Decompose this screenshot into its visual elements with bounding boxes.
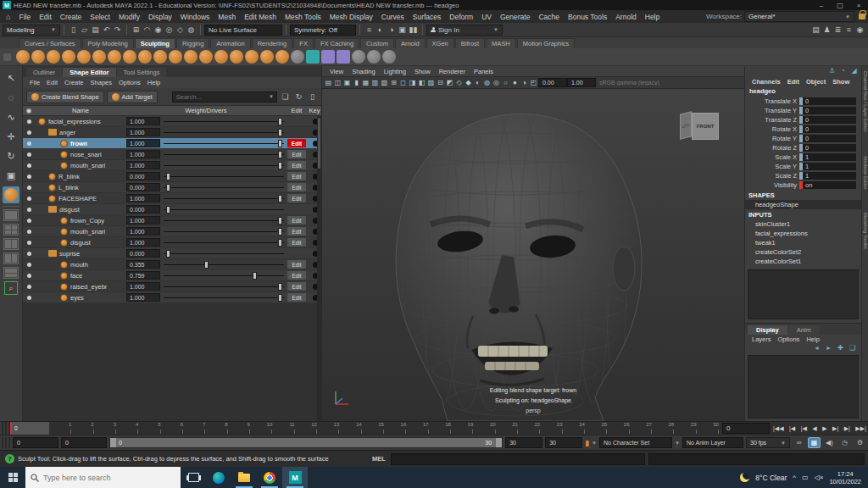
menu-item[interactable]: Edit Mesh bbox=[240, 13, 281, 21]
weight-value-field[interactable]: 0.000 bbox=[126, 205, 160, 214]
clock[interactable]: 17:24 10/01/2022 bbox=[829, 470, 861, 485]
weather-moon-icon[interactable] bbox=[740, 473, 749, 482]
shape-editor-menu-item[interactable]: Create bbox=[61, 79, 87, 86]
channel-value-field[interactable]: 0 bbox=[803, 135, 856, 142]
weight-value-field[interactable]: 1.000 bbox=[126, 139, 160, 147]
resolution-gate-icon[interactable]: ◨ bbox=[408, 78, 417, 87]
anim-layer-dropdown[interactable]: No Anim Layer bbox=[682, 437, 743, 448]
safe-action-icon[interactable]: ⊟ bbox=[436, 78, 445, 87]
grease-pencil-icon[interactable]: ▧ bbox=[380, 78, 389, 87]
paint-select-tool[interactable]: ∿ bbox=[3, 108, 19, 125]
character-set-dropdown[interactable]: No Character Set bbox=[599, 437, 672, 448]
shelf-tab-custom[interactable]: Custom bbox=[360, 38, 394, 48]
visibility-dot[interactable] bbox=[23, 130, 35, 135]
smooth-shade-icon[interactable]: ◆ bbox=[464, 78, 473, 87]
character-icon[interactable] bbox=[337, 50, 350, 64]
sidebar-vertical-tab[interactable]: Modeling Toolkit bbox=[863, 213, 868, 249]
channel-row[interactable]: Translate X 0 bbox=[745, 97, 861, 106]
chrome-button[interactable] bbox=[257, 467, 282, 488]
shelf-tab-rendering[interactable]: Rendering bbox=[252, 38, 293, 48]
timeline-tick[interactable]: 25 bbox=[585, 422, 607, 435]
weight-slider[interactable] bbox=[164, 260, 284, 269]
weight-value-field[interactable]: 0.759 bbox=[126, 271, 160, 280]
snap-to-projected-center-icon[interactable]: ◎ bbox=[164, 25, 175, 36]
wax-brush-icon[interactable] bbox=[184, 50, 198, 64]
playback-start-field[interactable]: 0 bbox=[61, 437, 107, 448]
weight-value-field[interactable]: 0.000 bbox=[126, 172, 160, 180]
auto-keyframe-toggle-icon[interactable]: ▦ bbox=[808, 437, 821, 448]
flatten-brush-icon[interactable] bbox=[108, 50, 121, 64]
chevron-down-icon[interactable]: ▼ bbox=[592, 441, 597, 446]
weight-slider[interactable] bbox=[164, 172, 284, 181]
channel-row[interactable]: Scale X 1 bbox=[745, 152, 861, 162]
layer-list[interactable] bbox=[748, 355, 859, 419]
layer-tab-anim[interactable]: Anim bbox=[788, 325, 820, 335]
isolate-select-icon[interactable]: ◰ bbox=[529, 78, 538, 87]
input-node-item[interactable]: tweak1 bbox=[745, 238, 861, 247]
character-controls-icon[interactable]: ♟ bbox=[821, 25, 832, 36]
shape-editor-menu-item[interactable]: Edit bbox=[43, 79, 61, 86]
timeline-tick[interactable]: 9 bbox=[228, 422, 250, 435]
weight-value-field[interactable]: 1.000 bbox=[126, 194, 160, 202]
volume-muted-icon[interactable]: ◁× bbox=[815, 474, 824, 481]
shape-row[interactable]: mouth_snarl 1.000 Edit bbox=[23, 160, 321, 171]
panel-menu-item[interactable]: Lighting bbox=[380, 68, 410, 75]
chevron-down-icon[interactable]: ▼ bbox=[266, 94, 276, 99]
play-backward-button[interactable]: ◀ bbox=[812, 425, 816, 432]
menu-item[interactable]: Modify bbox=[114, 13, 144, 21]
shape-search-input[interactable] bbox=[173, 93, 266, 101]
weight-slider[interactable] bbox=[164, 139, 284, 148]
go-to-end-button[interactable]: ▶▶| bbox=[855, 425, 866, 432]
lock-camera-icon[interactable]: ◫ bbox=[333, 78, 342, 87]
menu-item[interactable]: Mesh Display bbox=[326, 13, 377, 21]
timeline-tick[interactable]: 18 bbox=[429, 422, 451, 435]
snap-to-curve-icon[interactable]: ◠ bbox=[142, 25, 153, 36]
knife-brush-icon[interactable] bbox=[230, 50, 243, 64]
layer-tab-display[interactable]: Display bbox=[748, 325, 787, 335]
shelf-tab-curves-surfaces[interactable]: Curves / Surfaces bbox=[19, 38, 81, 48]
timeline-tick[interactable]: 26 bbox=[607, 422, 629, 435]
shape-row[interactable]: face 0.759 Edit bbox=[23, 270, 321, 281]
edit-button[interactable]: Edit bbox=[287, 161, 306, 169]
outliner-toggle-icon[interactable]: ▤ bbox=[810, 25, 821, 36]
weight-slider[interactable] bbox=[164, 282, 284, 291]
panel-menu-item[interactable]: Renderer bbox=[435, 68, 470, 75]
timeline-tick[interactable]: 22 bbox=[518, 422, 540, 435]
range-grip[interactable] bbox=[0, 437, 10, 448]
create-blend-shape-button[interactable]: Create Blend Shape bbox=[26, 91, 104, 103]
visibility-dot[interactable] bbox=[23, 241, 35, 245]
repeat-brush-icon[interactable] bbox=[153, 50, 167, 64]
timeline-tick[interactable]: 4 bbox=[116, 422, 138, 435]
shape-node-item[interactable]: headgeoShape bbox=[745, 200, 861, 209]
modeling-toolkit-toggle-icon[interactable]: ◉ bbox=[854, 25, 865, 36]
visibility-dot[interactable] bbox=[23, 208, 35, 212]
panel-menu-item[interactable]: Shading bbox=[348, 68, 380, 75]
sculpt-tool[interactable] bbox=[3, 186, 19, 203]
menu-item[interactable]: Surfaces bbox=[409, 13, 446, 21]
weight-value-field[interactable]: 1.000 bbox=[126, 282, 160, 291]
shape-row[interactable]: L_blink 0.000 Edit bbox=[23, 182, 321, 193]
timeline-tick[interactable]: 16 bbox=[384, 422, 406, 435]
view-cube-front-face[interactable]: FRONT bbox=[692, 113, 719, 140]
weight-slider[interactable] bbox=[164, 227, 284, 236]
two-d-pan-zoom-icon[interactable]: ▥ bbox=[370, 78, 380, 87]
weight-slider[interactable] bbox=[164, 194, 284, 203]
view-cube-left-face[interactable]: LFT bbox=[680, 111, 692, 139]
shelf-menu-icon[interactable] bbox=[3, 53, 11, 61]
edit-button[interactable]: Edit bbox=[287, 227, 306, 236]
channel-row[interactable]: Rotate X 0 bbox=[745, 125, 861, 134]
animation-start-field[interactable]: 0 bbox=[13, 437, 58, 448]
channel-value-field[interactable]: 1 bbox=[803, 172, 856, 180]
add-target-button[interactable]: Add Target bbox=[107, 91, 158, 103]
attribute-editor-toggle-icon[interactable]: ≡ bbox=[843, 25, 854, 36]
timeline-tick[interactable]: 8 bbox=[205, 422, 227, 435]
shadows-icon[interactable]: ● bbox=[510, 78, 520, 87]
visibility-dot[interactable] bbox=[23, 197, 35, 201]
make-live-icon[interactable]: ◍ bbox=[186, 25, 197, 36]
menu-item[interactable]: Mesh Tools bbox=[281, 13, 326, 21]
tab-shape-editor[interactable]: Shape Editor bbox=[63, 68, 115, 77]
visibility-dot[interactable] bbox=[23, 186, 35, 190]
edit-button[interactable]: Edit bbox=[287, 293, 306, 302]
imprint-brush-icon[interactable] bbox=[169, 50, 182, 64]
smooth-brush-icon[interactable] bbox=[47, 50, 60, 64]
